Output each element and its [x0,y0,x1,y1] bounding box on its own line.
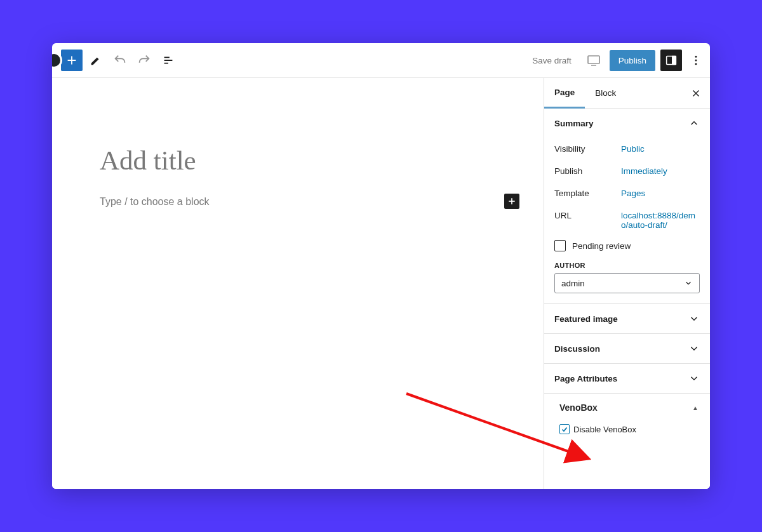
author-select[interactable]: admin [554,273,700,293]
panel-discussion-title: Discussion [554,344,600,354]
inline-add-block-button[interactable] [504,194,519,209]
panel-summary-body: Visibility Public Publish Immediately Te… [544,138,710,303]
row-template: Template Pages [554,182,700,204]
pending-review-checkbox[interactable]: Pending review [554,236,700,255]
visibility-value[interactable]: Public [621,144,645,154]
page-title-input[interactable]: Add title [100,145,196,176]
triangle-up-icon: ▲ [692,404,698,411]
redo-button[interactable] [133,50,155,71]
svg-point-12 [695,63,697,65]
template-label: Template [554,189,621,198]
panel-venobox-title: VenoBox [559,402,598,413]
panel-summary: Summary Visibility Public Publish Immedi… [544,109,710,304]
panel-discussion: Discussion [544,334,710,364]
panel-summary-header[interactable]: Summary [544,109,710,138]
toolbar-left-group [61,50,179,71]
row-visibility: Visibility Public [554,138,700,160]
checkbox-icon [554,240,566,251]
url-value[interactable]: localhost:8888/demo/auto-draft/ [621,211,700,230]
chevron-down-icon [688,343,700,354]
svg-rect-9 [672,57,676,65]
chevron-up-icon [688,117,700,129]
save-draft-button[interactable]: Save draft [526,51,578,70]
editor-body: Add title Type / to choose a block Page … [52,78,710,489]
settings-sidebar: Page Block Summary Visibility Publ [544,78,710,489]
author-section-label: AUTHOR [554,262,700,269]
panel-venobox-header[interactable]: VenoBox ▲ [544,394,710,422]
disable-venobox-label: Disable VenoBox [573,425,636,434]
sidebar-tabs: Page Block [544,78,710,109]
disable-venobox-checkbox[interactable]: Disable VenoBox [559,424,698,434]
panel-summary-title: Summary [554,119,594,128]
checkbox-checked-icon [559,424,570,434]
panel-featured-image: Featured image [544,304,710,334]
url-label: URL [554,211,621,230]
editor-canvas[interactable]: Add title Type / to choose a block [52,78,544,489]
svg-point-11 [695,60,697,62]
row-publish: Publish Immediately [554,160,700,182]
row-url: URL localhost:8888/demo/auto-draft/ [554,204,700,236]
panel-page-attributes-header[interactable]: Page Attributes [544,364,710,393]
author-value: admin [561,279,585,288]
panel-discussion-header[interactable]: Discussion [544,334,710,363]
preview-button[interactable] [583,50,605,71]
chevron-down-icon [688,373,700,384]
panel-featured-image-title: Featured image [554,314,618,324]
visibility-label: Visibility [554,144,621,154]
publish-value[interactable]: Immediately [621,166,667,176]
settings-sidebar-toggle[interactable] [660,50,682,71]
pending-review-label: Pending review [572,241,631,251]
toolbar-right-group: Save draft Publish [526,50,705,71]
more-options-button[interactable] [687,50,705,71]
publish-label: Publish [554,166,621,176]
tab-page[interactable]: Page [544,78,585,109]
chevron-down-icon [688,313,700,324]
panel-page-attributes-title: Page Attributes [554,374,617,383]
editor-window: Save draft Publish Add title Type / to c… [52,43,710,489]
chevron-down-icon [684,279,693,288]
document-overview-button[interactable] [157,50,179,71]
top-toolbar: Save draft Publish [52,43,710,78]
edit-tool-button[interactable] [85,50,107,71]
panel-venobox-body: Disable VenoBox [544,422,710,447]
panel-venobox: VenoBox ▲ Disable VenoBox [544,394,710,447]
add-block-button[interactable] [61,50,83,71]
panel-page-attributes: Page Attributes [544,364,710,394]
block-prompt[interactable]: Type / to choose a block [100,196,210,208]
publish-button[interactable]: Publish [610,50,655,71]
template-value[interactable]: Pages [621,189,645,198]
svg-rect-5 [588,56,599,63]
close-sidebar-button[interactable] [688,86,704,101]
tab-block[interactable]: Block [585,78,626,109]
panel-featured-image-header[interactable]: Featured image [544,304,710,333]
svg-point-10 [695,56,697,58]
undo-button[interactable] [109,50,131,71]
